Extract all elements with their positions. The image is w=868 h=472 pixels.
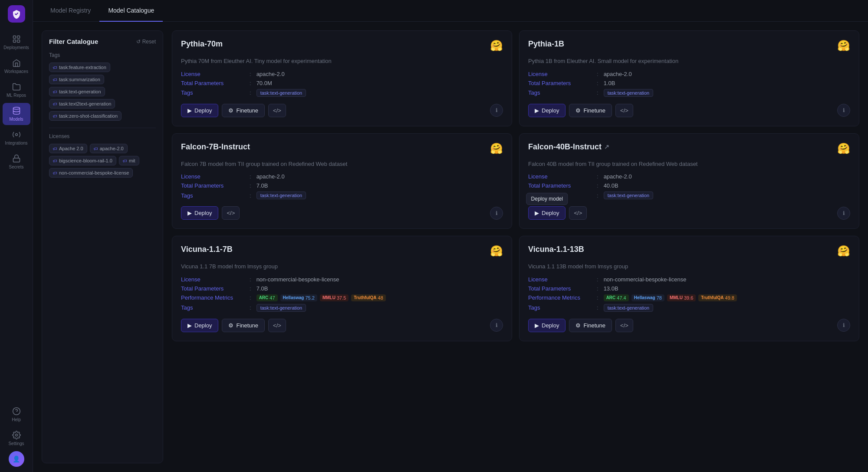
- finetune-button[interactable]: ⚙ Finetune: [222, 319, 265, 332]
- model-meta: License : non-commercial-bespoke-license…: [181, 276, 503, 312]
- tab-model-catalogue[interactable]: Model Catalogue: [99, 0, 163, 22]
- sidebar-item-workspaces[interactable]: Workspaces: [3, 55, 30, 77]
- card-actions: ▶ Deploy ⚙ Finetune </> ℹ: [181, 319, 503, 332]
- tag-label: task:text2text-generation: [59, 101, 111, 106]
- sidebar-item-settings-label: Settings: [8, 441, 24, 446]
- sidebar-item-deployments[interactable]: Deployments: [3, 31, 30, 53]
- info-icon: ℹ: [843, 107, 845, 113]
- meta-license-value: non-commercial-bespoke-license: [256, 276, 339, 283]
- model-name: Falcon-7B-Instruct: [181, 142, 250, 152]
- svg-rect-3: [17, 40, 20, 43]
- model-card-falcon-40b: Falcon-40B-Instruct ↗ 🤗 Falcon 40B model…: [519, 133, 859, 229]
- sidebar-item-integrations-label: Integrations: [5, 141, 27, 145]
- license-chip-non-commercial[interactable]: 🏷 non-commercial-bespoke-license: [49, 168, 133, 178]
- tag-icon: 🏷: [53, 102, 57, 106]
- app-logo[interactable]: [8, 5, 25, 23]
- model-description: Falcon 40B model from TII group trained …: [528, 160, 850, 168]
- model-card-pythia-1b: Pythia-1B 🤗 Pythia 1B from Eleuther AI. …: [519, 30, 859, 126]
- tag-chip-text-generation[interactable]: 🏷 task:text-generation: [49, 87, 105, 96]
- finetune-button[interactable]: ⚙ Finetune: [569, 104, 612, 117]
- info-button[interactable]: ℹ: [837, 104, 850, 117]
- meta-tags-key: Tags: [181, 89, 246, 96]
- meta-license-key: License: [181, 173, 246, 180]
- svg-rect-1: [17, 36, 20, 39]
- model-name: Falcon-40B-Instruct ↗: [528, 142, 609, 152]
- deploy-icon: ▶: [187, 210, 192, 216]
- model-tag-badge: task:text-generation: [256, 89, 306, 97]
- tab-model-registry[interactable]: Model Registry: [42, 0, 99, 22]
- tag-chip-text2text[interactable]: 🏷 task:text2text-generation: [49, 99, 115, 109]
- card-header: Falcon-7B-Instruct 🤗: [181, 142, 503, 155]
- sidebar-item-deployments-label: Deployments: [3, 45, 29, 50]
- sidebar-item-secrets[interactable]: Secrets: [3, 151, 30, 173]
- code-button[interactable]: </>: [268, 319, 286, 332]
- deploy-button[interactable]: ▶ Deploy: [528, 206, 566, 220]
- license-label: apache-2.0: [100, 146, 124, 151]
- meta-license-value: apache-2.0: [604, 173, 632, 180]
- main-content: Model Registry Model Catalogue Filter Ca…: [33, 0, 868, 472]
- tag-chip-zero-shot[interactable]: 🏷 task:zero-shot-classification: [49, 111, 122, 121]
- deploy-button[interactable]: ▶ Deploy: [528, 104, 566, 117]
- model-emoji: 🤗: [490, 142, 503, 155]
- sidebar-item-settings[interactable]: Settings: [3, 427, 30, 449]
- code-button[interactable]: </>: [268, 104, 286, 117]
- meta-params-key: Total Parameters: [181, 182, 246, 189]
- filter-panel: Filter Catalogue ↺ Reset Tags 🏷 task:fea…: [42, 30, 163, 463]
- info-button[interactable]: ℹ: [490, 207, 503, 220]
- avatar[interactable]: 👤: [9, 451, 24, 467]
- sidebar-item-integrations[interactable]: Integrations: [3, 127, 30, 149]
- model-emoji: 🤗: [490, 40, 503, 52]
- code-button[interactable]: </>: [222, 206, 240, 220]
- info-button[interactable]: ℹ: [490, 319, 503, 332]
- meta-params-key: Total Parameters: [528, 285, 593, 292]
- sidebar-item-help[interactable]: Help: [3, 403, 30, 426]
- model-card-vicuna-13b: Vicuna-1.1-13B 🤗 Vicuna 1.1 13B model fr…: [519, 236, 859, 341]
- meta-params-key: Total Parameters: [181, 80, 246, 86]
- code-button[interactable]: </>: [569, 206, 587, 220]
- deploy-button[interactable]: ▶ Deploy: [181, 104, 218, 117]
- finetune-label: Finetune: [236, 322, 258, 329]
- license-chip-mit[interactable]: 🏷 mit: [119, 156, 139, 165]
- info-button[interactable]: ℹ: [490, 104, 503, 117]
- model-meta: License : apache-2.0 Total Parameters : …: [528, 173, 850, 199]
- code-button[interactable]: </>: [615, 104, 633, 117]
- license-chip-bloom[interactable]: 🏷 bigscience-bloom-rail-1.0: [49, 156, 116, 165]
- meta-license-row: License : apache-2.0: [181, 173, 503, 180]
- divider: [49, 128, 156, 128]
- finetune-button[interactable]: ⚙ Finetune: [569, 319, 612, 332]
- finetune-label: Finetune: [583, 322, 605, 329]
- tag-chip-feature-extraction[interactable]: 🏷 task:feature-extraction: [49, 63, 110, 72]
- meta-perf-key: Performance Metrics: [528, 294, 593, 301]
- tag-chip-summarization[interactable]: 🏷 task:summarization: [49, 75, 104, 84]
- svg-point-4: [13, 107, 20, 109]
- meta-params-key: Total Parameters: [528, 182, 593, 189]
- license-label: mit: [129, 158, 135, 163]
- meta-params-key: Total Parameters: [181, 285, 246, 292]
- reset-button[interactable]: ↺ Reset: [136, 39, 156, 45]
- svg-point-9: [15, 434, 17, 436]
- deploy-button[interactable]: ▶ Deploy: [528, 319, 566, 332]
- code-icon: </>: [273, 322, 281, 329]
- meta-license-key: License: [181, 71, 246, 77]
- deploy-button[interactable]: ▶ Deploy: [181, 206, 218, 220]
- card-header: Falcon-40B-Instruct ↗ 🤗: [528, 142, 850, 155]
- model-tag-badge: task:text-generation: [604, 89, 654, 97]
- info-button[interactable]: ℹ: [837, 207, 850, 220]
- license-chip-apache2[interactable]: 🏷 Apache 2.0: [49, 144, 87, 153]
- tag-icon: 🏷: [53, 171, 57, 175]
- svg-rect-6: [13, 158, 20, 162]
- code-button[interactable]: </>: [615, 319, 633, 332]
- model-meta: License : apache-2.0 Total Parameters : …: [528, 71, 850, 97]
- sidebar-item-ml-repos[interactable]: ML Repos: [3, 79, 30, 101]
- finetune-button[interactable]: ⚙ Finetune: [222, 104, 265, 117]
- deploy-label: Deploy: [194, 210, 212, 216]
- perf-mmlu: MMLU 37.5: [320, 294, 349, 301]
- license-chip-apache2-0[interactable]: 🏷 apache-2.0: [90, 144, 128, 153]
- info-button[interactable]: ℹ: [837, 319, 850, 332]
- meta-params-key: Total Parameters: [528, 80, 593, 86]
- reset-label: Reset: [142, 39, 156, 45]
- sidebar-item-models[interactable]: Models: [3, 103, 30, 125]
- deploy-button[interactable]: ▶ Deploy: [181, 319, 218, 332]
- finetune-icon: ⚙: [228, 107, 233, 114]
- deploy-label: Deploy: [194, 322, 212, 329]
